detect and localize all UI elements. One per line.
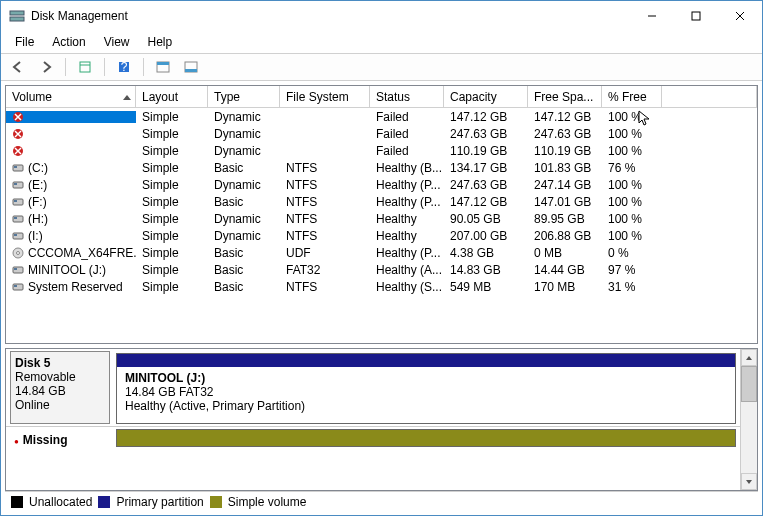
column-freespace[interactable]: Free Spa... xyxy=(528,86,602,107)
vertical-scrollbar[interactable] xyxy=(740,349,757,490)
volume-icon xyxy=(12,281,24,293)
svg-rect-11 xyxy=(157,62,169,65)
menu-file[interactable]: File xyxy=(7,33,42,51)
table-row[interactable]: SimpleDynamicFailed110.19 GB110.19 GB100… xyxy=(6,142,757,159)
table-row[interactable]: (F:)SimpleBasicNTFSHealthy (P...147.12 G… xyxy=(6,193,757,210)
column-status[interactable]: Status xyxy=(370,86,444,107)
cell-volume: MINITOOL (J:) xyxy=(28,263,106,277)
table-row[interactable]: System ReservedSimpleBasicNTFSHealthy (S… xyxy=(6,278,757,295)
view-bottom-button[interactable] xyxy=(180,56,202,78)
cell-status: Failed xyxy=(370,110,444,124)
svg-rect-0 xyxy=(10,11,24,15)
swatch-simple xyxy=(210,496,222,508)
disk-row[interactable]: Disk 5 Removable 14.84 GB Online MINITOO… xyxy=(6,349,740,427)
legend-unallocated: Unallocated xyxy=(29,495,92,509)
cell-status: Healthy xyxy=(370,212,444,226)
menu-help[interactable]: Help xyxy=(140,33,181,51)
svg-rect-24 xyxy=(14,166,17,168)
volume-block[interactable]: MINITOOL (J:) 14.84 GB FAT32 Healthy (Ac… xyxy=(116,353,736,424)
cell-fs: FAT32 xyxy=(280,263,370,277)
cell-volume: (H:) xyxy=(28,212,48,226)
missing-label: Missing xyxy=(10,429,110,451)
column-pctfree[interactable]: % Free xyxy=(602,86,662,107)
volume-icon xyxy=(12,145,24,157)
cell-capacity: 549 MB xyxy=(444,280,528,294)
settings-button[interactable] xyxy=(74,56,96,78)
table-row[interactable]: SimpleDynamicFailed147.12 GB147.12 GB100… xyxy=(6,108,757,125)
table-row[interactable]: SimpleDynamicFailed247.63 GB247.63 GB100… xyxy=(6,125,757,142)
cell-type: Dynamic xyxy=(208,229,280,243)
cell-layout: Simple xyxy=(136,246,208,260)
cell-capacity: 207.00 GB xyxy=(444,229,528,243)
toolbar-separator xyxy=(104,58,105,76)
cell-type: Dynamic xyxy=(208,144,280,158)
volume-icon xyxy=(12,230,24,242)
scroll-down-button[interactable] xyxy=(741,473,757,490)
cell-type: Dynamic xyxy=(208,178,280,192)
forward-button[interactable] xyxy=(35,56,57,78)
scroll-up-button[interactable] xyxy=(741,349,757,366)
table-row[interactable]: (I:)SimpleDynamicNTFSHealthy207.00 GB206… xyxy=(6,227,757,244)
titlebar: Disk Management xyxy=(1,1,762,31)
cell-fs: NTFS xyxy=(280,212,370,226)
cell-pct: 0 % xyxy=(602,246,662,260)
toolbar-separator xyxy=(143,58,144,76)
maximize-button[interactable] xyxy=(674,1,718,31)
missing-volume-bar[interactable] xyxy=(117,430,735,446)
window-title: Disk Management xyxy=(31,9,630,23)
cell-status: Healthy (P... xyxy=(370,195,444,209)
cell-type: Basic xyxy=(208,263,280,277)
minimize-button[interactable] xyxy=(630,1,674,31)
cell-pct: 31 % xyxy=(602,280,662,294)
cell-fs: NTFS xyxy=(280,229,370,243)
cell-type: Basic xyxy=(208,246,280,260)
cell-layout: Simple xyxy=(136,127,208,141)
volume-list[interactable]: Volume Layout Type File System Status Ca… xyxy=(5,85,758,344)
legend: Unallocated Primary partition Simple vol… xyxy=(5,491,758,511)
cell-capacity: 4.38 GB xyxy=(444,246,528,260)
table-row[interactable]: MINITOOL (J:)SimpleBasicFAT32Healthy (A.… xyxy=(6,261,757,278)
column-layout[interactable]: Layout xyxy=(136,86,208,107)
table-row[interactable]: (H:)SimpleDynamicNTFSHealthy90.05 GB89.9… xyxy=(6,210,757,227)
cell-fs: NTFS xyxy=(280,280,370,294)
table-row[interactable]: (E:)SimpleDynamicNTFSHealthy (P...247.63… xyxy=(6,176,757,193)
svg-point-34 xyxy=(17,251,20,254)
cell-free: 147.12 GB xyxy=(528,110,602,124)
cell-layout: Simple xyxy=(136,161,208,175)
column-type[interactable]: Type xyxy=(208,86,280,107)
cell-volume: CCCOMA_X64FRE... xyxy=(28,246,136,260)
missing-disk-row[interactable]: Missing xyxy=(6,427,740,453)
cell-type: Basic xyxy=(208,161,280,175)
menu-view[interactable]: View xyxy=(96,33,138,51)
table-row[interactable]: CCCOMA_X64FRE...SimpleBasicUDFHealthy (P… xyxy=(6,244,757,261)
volume-info: 14.84 GB FAT32 xyxy=(125,385,727,399)
scroll-thumb[interactable] xyxy=(741,366,757,402)
cell-capacity: 247.63 GB xyxy=(444,178,528,192)
table-row[interactable]: (C:)SimpleBasicNTFSHealthy (B...134.17 G… xyxy=(6,159,757,176)
cell-capacity: 247.63 GB xyxy=(444,127,528,141)
svg-rect-26 xyxy=(14,183,17,185)
column-filesystem[interactable]: File System xyxy=(280,86,370,107)
svg-rect-36 xyxy=(14,268,17,270)
toolbar: ? xyxy=(1,53,762,81)
cell-status: Healthy (A... xyxy=(370,263,444,277)
close-button[interactable] xyxy=(718,1,762,31)
column-capacity[interactable]: Capacity xyxy=(444,86,528,107)
cell-free: 101.83 GB xyxy=(528,161,602,175)
column-volume[interactable]: Volume xyxy=(6,86,136,107)
content-area: Volume Layout Type File System Status Ca… xyxy=(1,81,762,515)
view-top-button[interactable] xyxy=(152,56,174,78)
cell-fs: UDF xyxy=(280,246,370,260)
svg-text:?: ? xyxy=(121,60,128,74)
menu-action[interactable]: Action xyxy=(44,33,93,51)
cell-type: Dynamic xyxy=(208,110,280,124)
back-button[interactable] xyxy=(7,56,29,78)
svg-rect-1 xyxy=(10,17,24,21)
cell-free: 247.14 GB xyxy=(528,178,602,192)
disk-name: Disk 5 xyxy=(15,356,105,370)
volume-name: MINITOOL (J:) xyxy=(125,371,727,385)
disk-header[interactable]: Disk 5 Removable 14.84 GB Online xyxy=(10,351,110,424)
cell-free: 247.63 GB xyxy=(528,127,602,141)
cell-pct: 100 % xyxy=(602,144,662,158)
help-button[interactable]: ? xyxy=(113,56,135,78)
